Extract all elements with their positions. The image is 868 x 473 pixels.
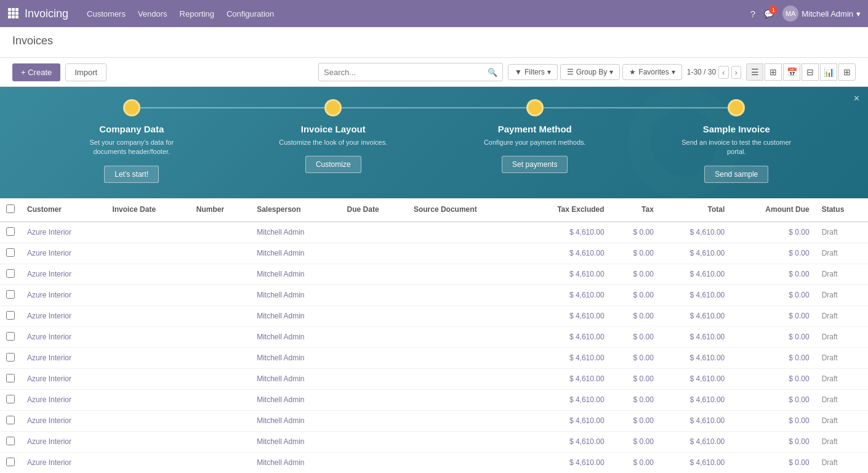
row-checkbox-4[interactable] bbox=[6, 311, 15, 320]
view-grid-icon[interactable]: ⊞ bbox=[838, 63, 856, 81]
row-status: Draft bbox=[816, 305, 868, 326]
row-checkbox-cell[interactable] bbox=[0, 243, 21, 264]
chat-icon[interactable]: 💬 1 bbox=[764, 9, 774, 18]
th-status[interactable]: Status bbox=[816, 198, 868, 222]
row-checkbox-cell[interactable] bbox=[0, 264, 21, 285]
search-input[interactable] bbox=[324, 68, 488, 77]
row-checkbox-cell[interactable] bbox=[0, 431, 21, 452]
row-checkbox-10[interactable] bbox=[6, 437, 15, 445]
row-checkbox-cell[interactable] bbox=[0, 347, 21, 368]
th-tax-excluded[interactable]: Tax Excluded bbox=[521, 198, 610, 222]
nav-customers[interactable]: Customers bbox=[87, 9, 126, 18]
row-salesperson[interactable]: Mitchell Admin bbox=[251, 347, 340, 368]
row-salesperson[interactable]: Mitchell Admin bbox=[251, 431, 340, 452]
row-checkbox-cell[interactable] bbox=[0, 326, 21, 347]
row-checkbox-6[interactable] bbox=[6, 353, 15, 362]
step-btn-2[interactable]: Customize bbox=[305, 156, 361, 173]
row-salesperson[interactable]: Mitchell Admin bbox=[251, 326, 340, 347]
view-list-icon[interactable]: ☰ bbox=[746, 63, 763, 81]
search-icon[interactable]: 🔍 bbox=[488, 68, 497, 77]
row-checkbox-3[interactable] bbox=[6, 290, 15, 299]
row-checkbox-2[interactable] bbox=[6, 269, 15, 278]
row-customer[interactable]: Azure Interior bbox=[21, 264, 106, 285]
row-checkbox-cell[interactable] bbox=[0, 222, 21, 243]
th-customer[interactable]: Customer bbox=[21, 198, 106, 222]
row-checkbox-11[interactable] bbox=[6, 458, 15, 466]
banner-close-icon[interactable]: × bbox=[854, 93, 859, 104]
group-by-button[interactable]: ☰ Group By ▾ bbox=[560, 64, 621, 80]
row-invoice-date bbox=[106, 389, 190, 410]
favorites-button[interactable]: ★ Favorites ▾ bbox=[622, 64, 681, 80]
nav-vendors[interactable]: Vendors bbox=[138, 9, 167, 18]
row-checkbox-cell[interactable] bbox=[0, 368, 21, 389]
row-salesperson[interactable]: Mitchell Admin bbox=[251, 452, 340, 473]
row-customer[interactable]: Azure Interior bbox=[21, 285, 106, 305]
svg-rect-2 bbox=[15, 8, 18, 11]
nav-configuration[interactable]: Configuration bbox=[227, 9, 274, 18]
pagination-prev[interactable]: ‹ bbox=[718, 66, 728, 79]
step-btn-4[interactable]: Send sample bbox=[704, 166, 768, 183]
row-customer[interactable]: Azure Interior bbox=[21, 305, 106, 326]
banner-step-layout: Invoice Layout Customize the look of you… bbox=[233, 99, 435, 173]
row-customer[interactable]: Azure Interior bbox=[21, 222, 106, 243]
filter-buttons: ▼ Filters ▾ ☰ Group By ▾ ★ Favorites ▾ bbox=[508, 64, 682, 80]
view-pivot-icon[interactable]: ⊟ bbox=[802, 63, 819, 81]
th-salesperson[interactable]: Salesperson bbox=[251, 198, 340, 222]
row-customer[interactable]: Azure Interior bbox=[21, 389, 106, 410]
table-row: Azure Interior Mitchell Admin $ 4,610.00… bbox=[0, 305, 868, 326]
row-checkbox-5[interactable] bbox=[6, 332, 15, 341]
row-salesperson[interactable]: Mitchell Admin bbox=[251, 243, 340, 264]
row-salesperson[interactable]: Mitchell Admin bbox=[251, 264, 340, 285]
th-select-all[interactable] bbox=[0, 198, 21, 222]
row-checkbox-9[interactable] bbox=[6, 416, 15, 424]
row-checkbox-cell[interactable] bbox=[0, 452, 21, 473]
row-customer[interactable]: Azure Interior bbox=[21, 452, 106, 473]
row-salesperson[interactable]: Mitchell Admin bbox=[251, 368, 340, 389]
row-salesperson[interactable]: Mitchell Admin bbox=[251, 410, 340, 431]
th-tax[interactable]: Tax bbox=[611, 198, 660, 222]
row-checkbox-cell[interactable] bbox=[0, 389, 21, 410]
view-kanban-icon[interactable]: ⊞ bbox=[765, 63, 782, 81]
step-btn-1[interactable]: Let's start! bbox=[104, 166, 159, 183]
step-btn-3[interactable]: Set payments bbox=[502, 156, 568, 173]
select-all-checkbox[interactable] bbox=[6, 204, 15, 213]
th-invoice-date[interactable]: Invoice Date bbox=[106, 198, 190, 222]
nav-reporting[interactable]: Reporting bbox=[180, 9, 214, 18]
row-customer[interactable]: Azure Interior bbox=[21, 243, 106, 264]
row-customer[interactable]: Azure Interior bbox=[21, 368, 106, 389]
row-checkbox-0[interactable] bbox=[6, 227, 15, 236]
filters-button[interactable]: ▼ Filters ▾ bbox=[508, 64, 558, 80]
th-amount-due[interactable]: Amount Due bbox=[731, 198, 815, 222]
th-due-date[interactable]: Due Date bbox=[341, 198, 408, 222]
row-customer[interactable]: Azure Interior bbox=[21, 326, 106, 347]
help-icon[interactable]: ? bbox=[750, 9, 755, 19]
row-salesperson[interactable]: Mitchell Admin bbox=[251, 222, 340, 243]
pagination-next[interactable]: › bbox=[731, 66, 741, 79]
th-number[interactable]: Number bbox=[190, 198, 251, 222]
row-checkbox-cell[interactable] bbox=[0, 305, 21, 326]
app-brand[interactable]: Invoicing bbox=[25, 7, 68, 20]
row-salesperson[interactable]: Mitchell Admin bbox=[251, 305, 340, 326]
create-button[interactable]: + Create bbox=[12, 63, 60, 81]
row-customer[interactable]: Azure Interior bbox=[21, 410, 106, 431]
row-checkbox-cell[interactable] bbox=[0, 285, 21, 305]
avatar: MA bbox=[782, 6, 798, 22]
import-button[interactable]: Import bbox=[65, 63, 106, 81]
grid-icon[interactable] bbox=[7, 7, 18, 20]
user-menu[interactable]: MA Mitchell Admin ▾ bbox=[782, 6, 861, 22]
view-icons: ☰ ⊞ 📅 ⊟ 📊 ⊞ bbox=[746, 63, 856, 81]
view-chart-icon[interactable]: 📊 bbox=[820, 63, 837, 81]
search-box: 🔍 bbox=[318, 63, 503, 81]
view-calendar-icon[interactable]: 📅 bbox=[783, 63, 800, 81]
row-checkbox-cell[interactable] bbox=[0, 410, 21, 431]
row-customer[interactable]: Azure Interior bbox=[21, 431, 106, 452]
row-checkbox-8[interactable] bbox=[6, 395, 15, 403]
step-dot-3 bbox=[526, 99, 544, 116]
row-salesperson[interactable]: Mitchell Admin bbox=[251, 285, 340, 305]
th-total[interactable]: Total bbox=[660, 198, 731, 222]
row-checkbox-1[interactable] bbox=[6, 248, 15, 257]
row-salesperson[interactable]: Mitchell Admin bbox=[251, 389, 340, 410]
row-checkbox-7[interactable] bbox=[6, 374, 15, 382]
th-source-doc[interactable]: Source Document bbox=[408, 198, 521, 222]
row-customer[interactable]: Azure Interior bbox=[21, 347, 106, 368]
